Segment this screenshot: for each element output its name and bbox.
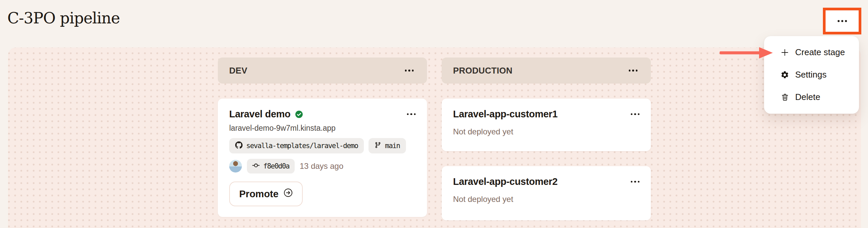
app-card-title-row: Laravel demo xyxy=(229,109,415,120)
trash-icon xyxy=(780,93,789,101)
repo-name: sevalla-templates/laravel-demo xyxy=(246,142,358,150)
ellipsis-icon xyxy=(405,69,414,72)
deploy-status: Not deployed yet xyxy=(453,195,640,204)
menu-item-delete[interactable]: Delete xyxy=(764,86,859,108)
pipeline-canvas: DEV Laravel demo laravel-demo-9w7ml.kins… xyxy=(8,48,861,228)
git-branch-icon xyxy=(375,142,381,150)
avatar xyxy=(229,160,242,172)
app-name: Laravel-app-customer1 xyxy=(453,109,558,120)
menu-item-create-stage[interactable]: Create stage xyxy=(764,41,859,63)
repo-badge[interactable]: sevalla-templates/laravel-demo xyxy=(229,138,364,153)
page-title: C-3PO pipeline xyxy=(7,8,120,28)
branch-name: main xyxy=(385,142,400,150)
pipeline-page: C-3PO pipeline DEV Laravel demo laravel-… xyxy=(0,0,868,228)
arrow-right-circle-icon xyxy=(284,188,293,200)
github-icon xyxy=(235,141,243,150)
app-card-title-row: Laravel-app-customer2 xyxy=(453,176,640,187)
ellipsis-icon xyxy=(407,113,416,115)
menu-item-settings[interactable]: Settings xyxy=(764,63,859,86)
pipeline-menu-button[interactable] xyxy=(836,18,849,24)
menu-item-label: Settings xyxy=(795,69,827,80)
branch-badge[interactable]: main xyxy=(369,138,406,153)
stage-header-production: PRODUCTION xyxy=(442,57,651,84)
git-commit-icon xyxy=(252,162,259,171)
stage-name: PRODUCTION xyxy=(453,65,513,76)
pipeline-menu-dropdown: Create stage Settings Delete xyxy=(764,36,859,114)
plus-icon xyxy=(780,48,789,57)
menu-item-label: Create stage xyxy=(795,47,845,57)
stage-name: DEV xyxy=(229,65,247,76)
ellipsis-icon xyxy=(631,181,640,183)
stage-production-menu-button[interactable] xyxy=(627,67,640,74)
deploy-status: Not deployed yet xyxy=(453,127,640,136)
ellipsis-icon xyxy=(631,113,640,115)
annotation-highlight-box xyxy=(823,8,861,34)
promote-button[interactable]: Promote xyxy=(229,181,303,206)
app-menu-button[interactable] xyxy=(629,111,642,117)
ellipsis-icon xyxy=(838,20,847,22)
app-menu-button[interactable] xyxy=(405,111,418,117)
app-card-laravel-demo[interactable]: Laravel demo laravel-demo-9w7ml.kinsta.a… xyxy=(218,98,427,217)
app-domain: laravel-demo-9w7ml.kinsta.app xyxy=(229,124,415,133)
app-menu-button[interactable] xyxy=(629,179,642,185)
stage-dev-menu-button[interactable] xyxy=(403,67,416,74)
app-card-title-row: Laravel-app-customer1 xyxy=(453,109,640,120)
ellipsis-icon xyxy=(629,69,638,72)
annotation-arrow xyxy=(720,46,774,59)
deploy-time: 13 days ago xyxy=(300,162,343,171)
promote-label: Promote xyxy=(239,189,279,200)
app-meta-row: f8e0d0a 13 days ago xyxy=(229,159,415,173)
gear-icon xyxy=(780,70,789,79)
check-circle-icon xyxy=(295,110,303,118)
commit-hash: f8e0d0a xyxy=(263,162,289,170)
stage-header-dev: DEV xyxy=(218,57,427,84)
menu-item-label: Delete xyxy=(795,92,820,102)
app-card-customer2[interactable]: Laravel-app-customer2 Not deployed yet xyxy=(442,166,651,220)
app-card-customer1[interactable]: Laravel-app-customer1 Not deployed yet xyxy=(442,98,651,151)
app-name: Laravel-app-customer2 xyxy=(453,176,558,187)
app-badges-row: sevalla-templates/laravel-demo main xyxy=(229,138,415,153)
app-name: Laravel demo xyxy=(229,109,290,120)
commit-badge[interactable]: f8e0d0a xyxy=(247,159,295,173)
